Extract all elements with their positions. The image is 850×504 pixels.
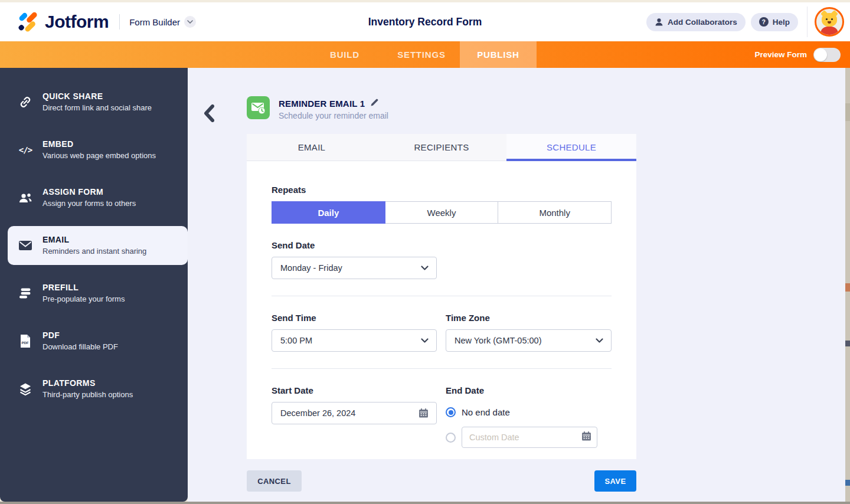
back-button[interactable] [204,104,214,125]
tab-recipients[interactable]: RECIPIENTS [377,134,506,161]
tab-email[interactable]: EMAIL [247,134,377,161]
time-zone-label: Time Zone [446,313,490,323]
chevron-down-icon [421,266,429,270]
section-divider [272,296,612,296]
custom-date-input[interactable] [462,427,597,448]
reminder-tabs: EMAIL RECIPIENTS SCHEDULE [247,134,636,161]
sidebar-item-pdf[interactable]: PDF PDFDownload fillable PDF [0,317,188,365]
link-icon [18,95,33,109]
no-end-date-label: No end date [462,407,510,417]
chevron-down-icon [187,20,193,24]
reminder-title: REMINDER EMAIL 1 [279,99,365,109]
add-collaborators-label: Add Collaborators [668,18,737,27]
repeat-option-weekly[interactable]: Weekly [385,201,499,224]
calendar-icon[interactable] [419,408,429,418]
chevron-left-icon [204,104,214,122]
send-date-value: Monday - Friday [280,263,342,273]
send-date-label: Send Date [272,240,315,250]
svg-text:PDF: PDF [22,341,29,344]
sidebar-item-title: QUICK SHARE [42,91,152,101]
end-date-label: End Date [446,385,484,395]
avatar[interactable] [815,7,844,37]
time-zone-select[interactable]: New York (GMT-05:00) [446,329,612,352]
help-label: Help [773,18,790,27]
jotform-logo-icon [17,10,40,34]
send-time-value: 5:00 PM [280,336,312,345]
repeats-label: Repeats [272,185,306,195]
layers-icon [18,382,33,396]
sidebar-item-platforms[interactable]: PLATFORMSThird-party publish options [0,365,188,413]
tab-schedule[interactable]: SCHEDULE [506,134,636,161]
repeat-option-monthly[interactable]: Monthly [498,201,612,224]
sidebar-item-subtitle: Direct form link and social share [42,103,152,112]
builder-navbar: BUILD SETTINGS PUBLISH Preview Form [0,41,850,68]
chevron-down-icon [421,338,429,343]
help-button[interactable]: ? Help [751,13,798,31]
envelope-icon [18,240,33,251]
header-divider [119,14,120,30]
header-divider [807,6,808,37]
custom-date-radio[interactable] [446,433,456,443]
sidebar-item-embed[interactable]: </> EMBEDVarious web page embed options [0,126,188,174]
preview-form-label: Preview Form [754,50,807,59]
send-time-label: Send Time [272,313,316,323]
start-date-input[interactable]: December 26, 2024 [272,402,437,424]
product-switcher[interactable] [184,16,196,28]
email-schedule-icon [247,96,270,119]
app-header: Jotform Form Builder Inventory Record Fo… [0,2,850,41]
schedule-panel: EMAIL RECIPIENTS SCHEDULE Repeats Daily … [247,134,636,459]
preview-form-toggle[interactable] [813,48,841,62]
repeat-option-daily[interactable]: Daily [272,201,385,224]
send-time-select[interactable]: 5:00 PM [272,329,437,352]
calendar-icon[interactable] [581,431,591,444]
prefill-stack-icon [18,287,33,300]
tab-publish[interactable]: PUBLISH [460,41,537,68]
start-date-label: Start Date [272,385,313,395]
start-date-value: December 26, 2024 [280,408,355,418]
sidebar-item-email[interactable]: EMAILReminders and instant sharing [8,226,188,265]
tab-build[interactable]: BUILD [306,41,383,68]
main-content: REMINDER EMAIL 1 Schedule your reminder … [188,68,845,502]
sidebar-item-prefill[interactable]: PREFILLPre-populate your forms [0,269,188,317]
time-zone-value: New York (GMT-05:00) [455,336,541,345]
send-date-select[interactable]: Monday - Friday [272,257,437,279]
product-name: Form Builder [129,17,180,27]
custom-date-row [446,427,597,448]
person-icon [655,18,663,27]
scrollbar[interactable] [845,68,850,504]
jotform-logo[interactable]: Jotform [17,10,109,34]
sidebar-item-quick-share[interactable]: QUICK SHAREDirect form link and social s… [0,78,188,126]
publish-sidebar: QUICK SHAREDirect form link and social s… [0,68,188,502]
reminder-subtitle: Schedule your reminder email [279,111,388,120]
chevron-down-icon [596,338,603,343]
section-divider [272,368,612,369]
schedule-form: Repeats Daily Weekly Monthly Send Date M… [247,161,636,459]
builder-nav-tabs: BUILD SETTINGS PUBLISH [306,41,537,68]
window-bottom-edge [0,502,850,504]
add-collaborators-button[interactable]: Add Collaborators [646,13,746,31]
cancel-button[interactable]: CANCEL [247,470,302,492]
brand-wordmark: Jotform [45,12,109,32]
repeats-segmented-control: Daily Weekly Monthly [272,201,612,224]
code-icon: </> [18,145,33,155]
pdf-file-icon: PDF [18,334,33,348]
sidebar-item-assign-form[interactable]: ASSIGN FORMAssign your forms to others [0,174,188,221]
question-icon: ? [759,17,769,27]
people-icon [18,191,33,205]
pencil-icon[interactable] [370,98,379,109]
tab-settings[interactable]: SETTINGS [383,41,460,68]
save-button[interactable]: SAVE [594,470,636,492]
no-end-date-radio[interactable] [446,407,456,417]
